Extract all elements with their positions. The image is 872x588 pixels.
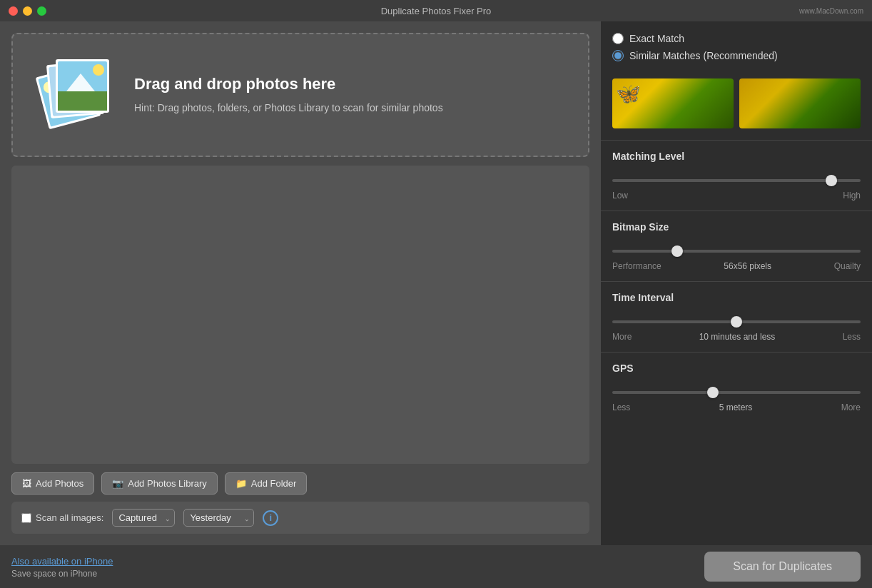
captured-select[interactable]: Captured Modified All [112,509,175,527]
photos-icon [27,49,120,141]
scan-button[interactable]: Scan for Duplicates [704,552,861,582]
time-interval-center: 10 minutes and less [699,332,776,342]
folder-icon: 📁 [235,478,247,489]
window-controls[interactable] [9,6,46,16]
time-interval-labels: More 10 minutes and less Less [612,332,861,342]
add-folder-button[interactable]: 📁 Add Folder [225,472,308,495]
scan-all-checkbox[interactable] [21,513,31,523]
left-panel: Drag and drop photos here Hint: Drag pho… [0,21,601,545]
close-button[interactable] [9,6,18,16]
exact-match-radio[interactable] [612,33,624,44]
time-interval-slider-container [612,313,861,326]
footer-left: Also available on iPhone Save space on i… [11,554,113,579]
scan-all-label[interactable]: Scan all images: [21,512,103,523]
main-layout: Drag and drop photos here Hint: Drag pho… [0,21,872,545]
svg-point-13 [93,64,104,76]
info-button[interactable]: i [263,510,278,526]
drop-zone[interactable]: Drag and drop photos here Hint: Drag pho… [11,33,589,157]
drop-hint: Hint: Drag photos, folders, or Photos Li… [134,101,443,116]
bitmap-size-center: 56x56 pixels [724,261,771,271]
maximize-button[interactable] [37,6,46,16]
sample-images: 🦋 [601,73,872,140]
time-interval-slider[interactable] [612,320,861,323]
similar-match-radio[interactable] [612,50,624,61]
gps-slider[interactable] [612,391,861,394]
titlebar: Duplicate Photos Fixer Pro www.MacDown.c… [0,0,872,21]
bitmap-size-section: Bitmap Size Performance 56x56 pixels Qua… [601,211,872,282]
matching-level-labels: Low High [612,191,861,201]
iphone-sub: Save space on iPhone [11,569,113,579]
bitmap-size-title: Bitmap Size [612,221,861,233]
timeframe-select[interactable]: Yesterday Today Last Week Last Month All… [183,509,254,527]
file-list-area [11,166,589,464]
captured-select-wrapper: Captured Modified All [112,509,175,527]
add-buttons: 🖼 Add Photos 📷 Add Photos Library 📁 Add … [11,472,589,495]
watermark: www.MacDown.com [799,7,863,15]
svg-rect-11 [58,91,107,111]
add-library-button[interactable]: 📷 Add Photos Library [101,472,218,495]
photo-icon: 🖼 [22,478,31,489]
gps-min: Less [612,402,630,412]
similar-match-option[interactable]: Similar Matches (Recommended) [612,50,861,61]
bitmap-size-labels: Performance 56x56 pixels Quailty [612,261,861,271]
timeframe-select-wrapper: Yesterday Today Last Week Last Month All… [183,509,254,527]
library-icon: 📷 [112,478,123,489]
time-interval-max: Less [843,332,861,342]
footer: Also available on iPhone Save space on i… [0,545,872,588]
gps-max: More [841,402,861,412]
iphone-link[interactable]: Also available on iPhone [11,556,113,567]
bitmap-size-slider[interactable] [612,250,861,253]
gps-slider-container [612,384,861,397]
minimize-button[interactable] [23,6,32,16]
right-panel: Exact Match Similar Matches (Recommended… [601,21,872,545]
matching-level-max: High [843,191,861,201]
butterfly-icon: 🦋 [616,82,641,106]
exact-match-option[interactable]: Exact Match [612,33,861,44]
gps-center: 5 meters [719,402,753,412]
time-interval-min: More [612,332,632,342]
gps-title: GPS [612,363,861,374]
matching-level-slider-container [612,172,861,185]
bottom-toolbar: 🖼 Add Photos 📷 Add Photos Library 📁 Add … [11,472,589,534]
sample-image-left: 🦋 [612,78,734,128]
bitmap-size-slider-container [612,243,861,255]
bitmap-size-max: Quailty [834,261,861,271]
bitmap-size-min: Performance [612,261,661,271]
match-type-section: Exact Match Similar Matches (Recommended… [601,21,872,73]
window-title: Duplicate Photos Fixer Pro [381,6,492,16]
matching-level-min: Low [612,191,628,201]
add-photos-button[interactable]: 🖼 Add Photos [11,472,94,495]
drop-text: Drag and drop photos here Hint: Drag pho… [134,75,443,116]
matching-level-title: Matching Level [612,151,861,162]
drop-heading: Drag and drop photos here [134,75,443,93]
sample-image-right [739,78,861,128]
gps-labels: Less 5 meters More [612,402,861,412]
matching-level-section: Matching Level Low High [601,141,872,211]
scan-options: Scan all images: Captured Modified All Y… [11,502,589,534]
time-interval-section: Time Interval More 10 minutes and less L… [601,282,872,353]
gps-section: GPS Less 5 meters More [601,353,872,422]
time-interval-title: Time Interval [612,292,861,303]
matching-level-slider[interactable] [612,179,861,182]
